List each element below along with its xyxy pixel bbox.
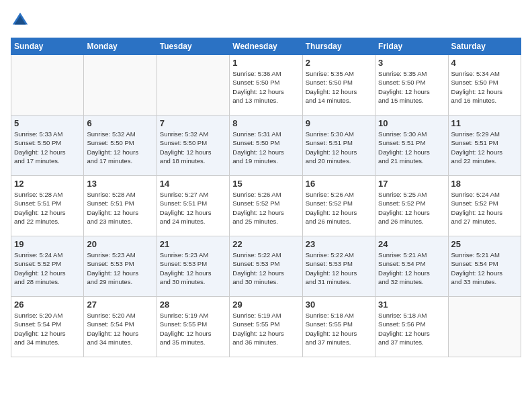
day-number: 16 — [306, 179, 372, 189]
day-number: 5 — [14, 118, 81, 128]
day-number: 29 — [232, 300, 299, 310]
day-info: Sunrise: 5:28 AM Sunset: 5:51 PM Dayligh… — [87, 190, 153, 226]
day-number: 3 — [378, 58, 445, 68]
day-info: Sunrise: 5:18 AM Sunset: 5:55 PM Dayligh… — [306, 311, 372, 347]
calendar-week-row: 5Sunrise: 5:33 AM Sunset: 5:50 PM Daylig… — [11, 116, 521, 176]
calendar-cell: 13Sunrise: 5:28 AM Sunset: 5:51 PM Dayli… — [84, 176, 157, 236]
day-info: Sunrise: 5:25 AM Sunset: 5:52 PM Dayligh… — [378, 190, 445, 226]
day-number: 23 — [306, 239, 372, 249]
calendar-cell: 28Sunrise: 5:19 AM Sunset: 5:55 PM Dayli… — [157, 297, 229, 357]
calendar-cell: 27Sunrise: 5:20 AM Sunset: 5:54 PM Dayli… — [84, 297, 157, 357]
day-info: Sunrise: 5:24 AM Sunset: 5:52 PM Dayligh… — [14, 250, 81, 286]
calendar-week-row: 1Sunrise: 5:36 AM Sunset: 5:50 PM Daylig… — [11, 55, 521, 116]
day-info: Sunrise: 5:22 AM Sunset: 5:53 PM Dayligh… — [306, 250, 372, 286]
weekday-header-wednesday: Wednesday — [230, 38, 302, 55]
day-info: Sunrise: 5:19 AM Sunset: 5:55 PM Dayligh… — [232, 311, 299, 347]
day-number: 8 — [232, 118, 299, 128]
page-header — [11, 11, 521, 30]
day-info: Sunrise: 5:31 AM Sunset: 5:50 PM Dayligh… — [232, 130, 299, 165]
calendar-week-row: 12Sunrise: 5:28 AM Sunset: 5:51 PM Dayli… — [11, 176, 521, 236]
day-number: 24 — [378, 239, 445, 249]
day-number: 7 — [160, 118, 226, 128]
day-info: Sunrise: 5:29 AM Sunset: 5:51 PM Dayligh… — [451, 130, 518, 165]
day-number: 15 — [232, 179, 299, 189]
calendar-cell: 24Sunrise: 5:21 AM Sunset: 5:54 PM Dayli… — [375, 236, 448, 297]
day-number: 9 — [306, 118, 372, 128]
calendar-cell: 16Sunrise: 5:26 AM Sunset: 5:52 PM Dayli… — [302, 176, 375, 236]
calendar-cell: 18Sunrise: 5:24 AM Sunset: 5:52 PM Dayli… — [448, 176, 521, 236]
day-info: Sunrise: 5:26 AM Sunset: 5:52 PM Dayligh… — [232, 190, 299, 226]
day-number: 18 — [451, 179, 518, 189]
calendar-cell: 8Sunrise: 5:31 AM Sunset: 5:50 PM Daylig… — [230, 116, 302, 176]
calendar-cell: 22Sunrise: 5:22 AM Sunset: 5:53 PM Dayli… — [230, 236, 302, 297]
calendar-cell: 25Sunrise: 5:21 AM Sunset: 5:54 PM Dayli… — [448, 236, 521, 297]
day-info: Sunrise: 5:32 AM Sunset: 5:50 PM Dayligh… — [87, 130, 153, 165]
calendar-cell: 17Sunrise: 5:25 AM Sunset: 5:52 PM Dayli… — [375, 176, 448, 236]
day-number: 11 — [451, 118, 518, 128]
day-info: Sunrise: 5:26 AM Sunset: 5:52 PM Dayligh… — [306, 190, 372, 226]
calendar-cell — [157, 55, 229, 116]
calendar-cell: 29Sunrise: 5:19 AM Sunset: 5:55 PM Dayli… — [230, 297, 302, 357]
calendar-cell: 31Sunrise: 5:18 AM Sunset: 5:56 PM Dayli… — [375, 297, 448, 357]
calendar-header-row: SundayMondayTuesdayWednesdayThursdayFrid… — [11, 38, 521, 55]
weekday-header-saturday: Saturday — [448, 38, 521, 55]
day-number: 4 — [451, 58, 518, 68]
day-number: 30 — [306, 300, 372, 310]
day-info: Sunrise: 5:19 AM Sunset: 5:55 PM Dayligh… — [160, 311, 226, 347]
day-number: 17 — [378, 179, 445, 189]
weekday-header-monday: Monday — [84, 38, 157, 55]
calendar-cell: 5Sunrise: 5:33 AM Sunset: 5:50 PM Daylig… — [11, 116, 84, 176]
calendar-cell: 21Sunrise: 5:23 AM Sunset: 5:53 PM Dayli… — [157, 236, 229, 297]
day-number: 12 — [14, 179, 81, 189]
calendar-cell: 10Sunrise: 5:30 AM Sunset: 5:51 PM Dayli… — [375, 116, 448, 176]
day-number: 2 — [306, 58, 372, 68]
day-info: Sunrise: 5:36 AM Sunset: 5:50 PM Dayligh… — [232, 69, 299, 105]
day-info: Sunrise: 5:34 AM Sunset: 5:50 PM Dayligh… — [451, 69, 518, 105]
day-info: Sunrise: 5:23 AM Sunset: 5:53 PM Dayligh… — [160, 250, 226, 286]
day-info: Sunrise: 5:27 AM Sunset: 5:51 PM Dayligh… — [160, 190, 226, 226]
calendar-cell — [448, 297, 521, 357]
day-number: 20 — [87, 239, 153, 249]
calendar-week-row: 19Sunrise: 5:24 AM Sunset: 5:52 PM Dayli… — [11, 236, 521, 297]
day-number: 28 — [160, 300, 226, 310]
day-info: Sunrise: 5:22 AM Sunset: 5:53 PM Dayligh… — [232, 250, 299, 286]
day-info: Sunrise: 5:32 AM Sunset: 5:50 PM Dayligh… — [160, 130, 226, 165]
day-info: Sunrise: 5:21 AM Sunset: 5:54 PM Dayligh… — [451, 250, 518, 286]
calendar-cell: 7Sunrise: 5:32 AM Sunset: 5:50 PM Daylig… — [157, 116, 229, 176]
day-number: 10 — [378, 118, 445, 128]
weekday-header-friday: Friday — [375, 38, 448, 55]
calendar-cell: 30Sunrise: 5:18 AM Sunset: 5:55 PM Dayli… — [302, 297, 375, 357]
calendar-cell — [11, 55, 84, 116]
day-number: 1 — [232, 58, 299, 68]
day-info: Sunrise: 5:33 AM Sunset: 5:50 PM Dayligh… — [14, 130, 81, 165]
day-number: 25 — [451, 239, 518, 249]
day-info: Sunrise: 5:30 AM Sunset: 5:51 PM Dayligh… — [306, 130, 372, 165]
calendar-cell: 12Sunrise: 5:28 AM Sunset: 5:51 PM Dayli… — [11, 176, 84, 236]
calendar-week-row: 26Sunrise: 5:20 AM Sunset: 5:54 PM Dayli… — [11, 297, 521, 357]
day-number: 13 — [87, 179, 153, 189]
calendar-cell: 6Sunrise: 5:32 AM Sunset: 5:50 PM Daylig… — [84, 116, 157, 176]
calendar-cell — [84, 55, 157, 116]
day-number: 21 — [160, 239, 226, 249]
day-info: Sunrise: 5:30 AM Sunset: 5:51 PM Dayligh… — [378, 130, 445, 165]
day-info: Sunrise: 5:21 AM Sunset: 5:54 PM Dayligh… — [378, 250, 445, 286]
day-info: Sunrise: 5:23 AM Sunset: 5:53 PM Dayligh… — [87, 250, 153, 286]
calendar-cell: 4Sunrise: 5:34 AM Sunset: 5:50 PM Daylig… — [448, 55, 521, 116]
calendar-cell: 1Sunrise: 5:36 AM Sunset: 5:50 PM Daylig… — [230, 55, 302, 116]
calendar-cell: 14Sunrise: 5:27 AM Sunset: 5:51 PM Dayli… — [157, 176, 229, 236]
weekday-header-tuesday: Tuesday — [157, 38, 229, 55]
calendar-cell: 20Sunrise: 5:23 AM Sunset: 5:53 PM Dayli… — [84, 236, 157, 297]
calendar-cell: 23Sunrise: 5:22 AM Sunset: 5:53 PM Dayli… — [302, 236, 375, 297]
calendar-table: SundayMondayTuesdayWednesdayThursdayFrid… — [11, 38, 521, 357]
day-info: Sunrise: 5:28 AM Sunset: 5:51 PM Dayligh… — [14, 190, 81, 226]
day-number: 31 — [378, 300, 445, 310]
calendar-cell: 2Sunrise: 5:35 AM Sunset: 5:50 PM Daylig… — [302, 55, 375, 116]
day-info: Sunrise: 5:24 AM Sunset: 5:52 PM Dayligh… — [451, 190, 518, 226]
day-info: Sunrise: 5:35 AM Sunset: 5:50 PM Dayligh… — [378, 69, 445, 105]
day-number: 6 — [87, 118, 153, 128]
day-number: 26 — [14, 300, 81, 310]
day-info: Sunrise: 5:35 AM Sunset: 5:50 PM Dayligh… — [306, 69, 372, 105]
logo-icon — [11, 11, 30, 30]
day-info: Sunrise: 5:20 AM Sunset: 5:54 PM Dayligh… — [87, 311, 153, 347]
day-number: 14 — [160, 179, 226, 189]
